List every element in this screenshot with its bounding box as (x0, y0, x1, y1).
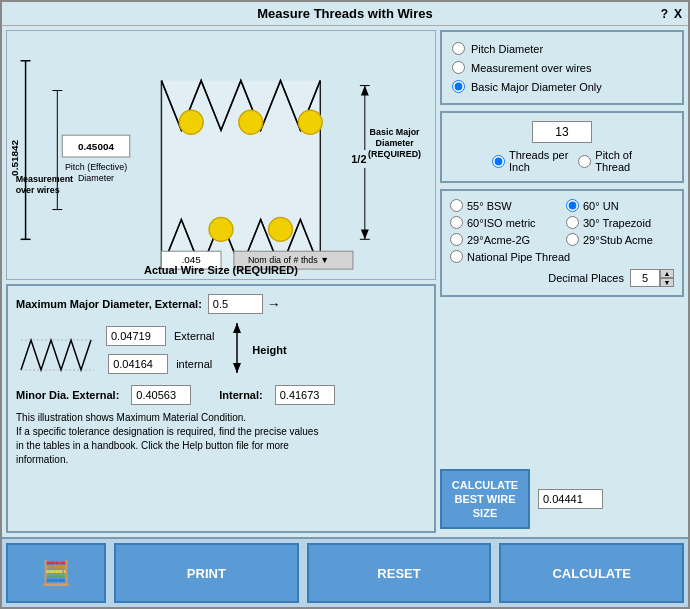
bottom-bar: 🧮 PRINT RESET CALCULATE (2, 537, 688, 607)
right-panel: Pitch Diameter Measurement over wires Ba… (440, 30, 684, 533)
reset-button[interactable]: RESET (307, 543, 492, 603)
max-major-label: Maximum Major Diameter, External: (16, 298, 202, 310)
svg-point-16 (239, 110, 263, 134)
measurement-wires-label: Measurement over wires (471, 62, 591, 74)
window-title: Measure Threads with Wires (257, 6, 432, 21)
svg-text:Basic Major: Basic Major (370, 127, 421, 137)
pitch-of-thread-option: Pitch ofThread (578, 149, 632, 173)
svg-text:(REQUIRED): (REQUIRED) (368, 149, 421, 159)
svg-text:1/2: 1/2 (351, 153, 366, 165)
angle-npt-label: National Pipe Thread (467, 251, 570, 263)
lower-panel: Maximum Major Diameter, External: → (6, 284, 436, 533)
max-major-row: Maximum Major Diameter, External: → (16, 294, 426, 314)
angle-60iso: 60°ISO metric (450, 216, 558, 229)
svg-point-19 (269, 217, 293, 241)
angle-npt: National Pipe Thread (450, 250, 674, 263)
minor-ext-input[interactable] (131, 385, 191, 405)
ext-int-area: External internal (106, 326, 214, 374)
svg-text:0.51842: 0.51842 (9, 140, 20, 176)
svg-text:0.45004: 0.45004 (78, 141, 114, 152)
height-area (222, 318, 252, 381)
angle-29acme-radio[interactable] (450, 233, 463, 246)
threads-per-inch-option: Threads perInch (492, 149, 568, 173)
calculate-button[interactable]: CALCULATE (499, 543, 684, 603)
calculator-icon-button[interactable]: 🧮 (6, 543, 106, 603)
external-input[interactable] (106, 326, 166, 346)
actual-wire-label: Actual Wire Size (REQUIRED) (144, 264, 298, 276)
minor-row: Minor Dia. External: Internal: (16, 385, 426, 405)
main-window: Measure Threads with Wires ? X 0.51842 (0, 0, 690, 609)
angle-30trap-label: 30° Trapezoid (583, 217, 651, 229)
decimal-places-input[interactable] (630, 269, 660, 287)
svg-marker-40 (233, 363, 241, 373)
svg-point-17 (298, 110, 322, 134)
calc-result-input[interactable] (538, 489, 603, 509)
spinner-up-button[interactable]: ▲ (660, 269, 674, 278)
threads-type-radios: Threads perInch Pitch ofThread (450, 149, 674, 173)
radio-measurement-wires: Measurement over wires (452, 61, 672, 74)
calc-best-wire-button[interactable]: CALCULATE BEST WIRE SIZE (440, 469, 530, 529)
radio-pitch-diameter: Pitch Diameter (452, 42, 672, 55)
calculator-icon: 🧮 (41, 559, 71, 587)
left-panel: 0.51842 0.45004 Pitch (Effective) Diamet… (6, 30, 436, 533)
help-button[interactable]: ? (661, 7, 668, 21)
svg-point-15 (179, 110, 203, 134)
threads-value-input[interactable] (532, 121, 592, 143)
decimal-places-row: Decimal Places ▲ ▼ (450, 269, 674, 287)
height-arrow (222, 318, 252, 378)
internal-row: internal (108, 354, 212, 374)
angle-60un-radio[interactable] (566, 199, 579, 212)
basic-major-radio[interactable] (452, 80, 465, 93)
angle-60iso-label: 60°ISO metric (467, 217, 536, 229)
title-controls: ? X (661, 7, 682, 21)
external-label: External (174, 330, 214, 342)
internal-label: internal (176, 358, 212, 370)
internal-input[interactable] (108, 354, 168, 374)
info-text: This illustration shows Maximum Material… (16, 411, 426, 467)
calc-best-wire-label: CALCULATE BEST WIRE SIZE (452, 478, 518, 521)
svg-text:Pitch (Effective): Pitch (Effective) (65, 162, 127, 172)
arrow-right-icon: → (267, 296, 281, 312)
close-button[interactable]: X (674, 7, 682, 21)
diagram-area: 0.51842 0.45004 Pitch (Effective) Diamet… (6, 30, 436, 280)
svg-text:Measurement: Measurement (16, 174, 73, 184)
zigzag-diagram (16, 320, 96, 380)
main-content: 0.51842 0.45004 Pitch (Effective) Diamet… (2, 26, 688, 537)
right-top-panel: Pitch Diameter Measurement over wires Ba… (440, 30, 684, 105)
svg-rect-14 (161, 81, 320, 269)
angle-60iso-radio[interactable] (450, 216, 463, 229)
angle-55bsw: 55° BSW (450, 199, 558, 212)
height-label: Height (252, 344, 286, 356)
max-major-input[interactable] (208, 294, 263, 314)
minor-int-input[interactable] (275, 385, 335, 405)
angle-60un: 60° UN (566, 199, 674, 212)
pitch-of-thread-radio[interactable] (578, 155, 591, 168)
angle-29stub-radio[interactable] (566, 233, 579, 246)
spinner-buttons: ▲ ▼ (660, 269, 674, 287)
decimal-spinner: ▲ ▼ (630, 269, 674, 287)
thread-diagram: 0.51842 0.45004 Pitch (Effective) Diamet… (7, 31, 435, 279)
angle-npt-radio[interactable] (450, 250, 463, 263)
threads-per-inch-label: Threads perInch (509, 149, 568, 173)
measurement-wires-radio[interactable] (452, 61, 465, 74)
angle-30trap-radio[interactable] (566, 216, 579, 229)
angle-30trap: 30° Trapezoid (566, 216, 674, 229)
spinner-down-button[interactable]: ▼ (660, 278, 674, 287)
svg-text:over wires: over wires (16, 185, 60, 195)
svg-marker-39 (233, 323, 241, 333)
minor-ext-label: Minor Dia. External: (16, 389, 119, 401)
angle-29stub: 29°Stub Acme (566, 233, 674, 246)
right-angles-panel: 55° BSW 60° UN 60°ISO metric 30° Trapezo… (440, 189, 684, 297)
basic-major-label: Basic Major Diameter Only (471, 81, 602, 93)
pitch-diameter-radio[interactable] (452, 42, 465, 55)
angle-55bsw-radio[interactable] (450, 199, 463, 212)
minor-int-label: Internal: (219, 389, 262, 401)
threads-value-row (450, 121, 674, 143)
threads-per-inch-radio[interactable] (492, 155, 505, 168)
print-button[interactable]: PRINT (114, 543, 299, 603)
measurement-radio-group: Pitch Diameter Measurement over wires Ba… (452, 42, 672, 93)
pitch-of-thread-label: Pitch ofThread (595, 149, 632, 173)
angle-55bsw-label: 55° BSW (467, 200, 512, 212)
right-middle-panel: Threads perInch Pitch ofThread (440, 111, 684, 183)
external-row: External (106, 326, 214, 346)
